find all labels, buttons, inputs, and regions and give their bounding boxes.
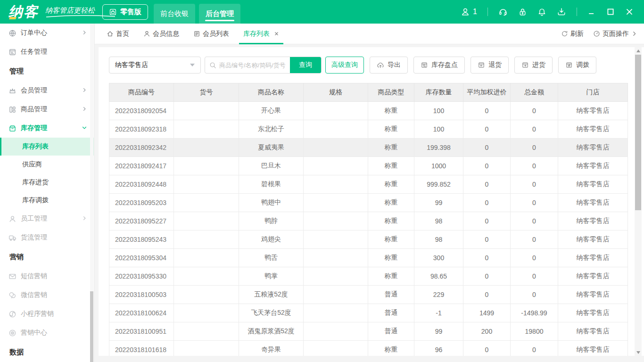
sidebar-item[interactable]: 短信营销 [0,267,94,286]
table-row[interactable]: 20220318095203鸭翅中称重9900纳客零售店 [109,194,628,212]
sidebar-subitem[interactable]: 供应商 [0,156,94,173]
sidebar-subitem[interactable]: 库存列表 [0,138,94,156]
table-cell: 0 [511,341,558,356]
table-cell: 0 [511,249,558,267]
column-header: 门店 [558,83,628,102]
minimize-icon [587,8,596,16]
scrollbar-thumb[interactable] [635,55,641,210]
lock-button[interactable] [518,8,527,16]
scroll-down-arrow[interactable] [635,349,642,356]
table-row[interactable]: 20220318092318东北松子称重10000纳客零售店 [109,120,628,139]
tab-会员列表[interactable]: 会员列表 [186,24,236,44]
tab-会员信息[interactable]: 会员信息 [136,24,186,44]
sidebar-scrollbar[interactable] [90,24,93,362]
notifications-button[interactable] [537,8,546,16]
sidebar: 订单中心任务管理管理会员管理商品管理库存管理库存列表供应商库存进货库存调拨员工管… [0,24,94,362]
table-row[interactable]: 20220318100503五粮液52度普通22900纳客零售店 [109,286,628,304]
table-cell: 称重 [368,139,414,157]
vertical-scrollbar[interactable] [635,47,642,356]
table-cell: 纳客零售店 [558,267,628,286]
table-row[interactable]: 20220318095227鸭脖称重9800纳客零售店 [109,212,628,230]
search-input[interactable] [216,57,290,73]
table-cell: 夏威夷果 [239,139,304,157]
maximize-button[interactable] [606,8,615,16]
topnav-backoffice[interactable]: 后台管理 [199,4,240,24]
table-cell: 纳客零售店 [558,322,628,341]
table-cell: 鸭脖 [239,212,304,230]
tab-close-icon[interactable] [274,30,279,38]
sidebar-scrollbar-thumb[interactable] [90,291,93,362]
tab-库存列表[interactable]: 库存列表 [236,24,286,44]
minimize-button[interactable] [587,8,596,16]
stocktake-button[interactable]: 库存盘点 [413,57,465,74]
sidebar-item[interactable]: 员工管理 [0,209,94,228]
table-cell: 99 [414,194,463,212]
table-cell: 20220318095243 [109,230,174,249]
sidebar-item[interactable]: 任务管理 [0,42,94,61]
table-body: 20220318092054开心果称重10000纳客零售店20220318092… [109,102,628,356]
support-button[interactable] [498,7,508,16]
sidebar-item[interactable]: 小程序营销 [0,304,94,323]
table-row[interactable]: 20220318100951酒鬼原浆酒52度普通9920019800纳客零售店 [109,322,628,341]
table-row[interactable]: 20220318095330鸭掌称重98.6500纳客零售店 [109,267,628,286]
return-icon [478,61,485,69]
sidebar-subitem[interactable]: 库存进货 [0,173,94,191]
table-cell [174,102,239,120]
sidebar-item[interactable]: 订单中心 [0,24,94,42]
sidebar-item[interactable]: 微信营销 [0,286,94,304]
column-header: 平均加权进价 [463,83,511,102]
purchase-icon [521,61,529,69]
table-row[interactable]: 20220318092417巴旦木称重100000纳客零售店 [109,157,628,175]
table-cell: 19800 [511,322,558,341]
table-cell: 称重 [368,267,414,286]
purchase-button[interactable]: 进货 [514,57,553,74]
page-operations-button[interactable]: 页面操作 [593,30,637,38]
table-cell [304,157,368,175]
search-icon [209,62,216,69]
table-cell: 300 [414,249,463,267]
table-header-row: 商品编号货号商品名称规格商品类型库存数量平均加权进价总金额门店 [109,83,628,102]
topnav-cashier[interactable]: 前台收银 [154,4,195,24]
sidebar-item[interactable]: 商品管理 [0,100,94,119]
table-row[interactable]: 20220318095243鸡翅尖称重9800纳客零售店 [109,230,628,249]
advanced-search-button[interactable]: 高级查询 [325,57,364,74]
table-row[interactable]: 20220318101618奇异果称重9600纳客零售店 [109,341,628,356]
search-button[interactable]: 查询 [290,57,321,74]
transfer-icon [565,61,573,69]
table-cell: 96 [414,341,463,356]
table-row[interactable]: 20220318100624飞天茅台52度普通-11499-1498.99纳客零… [109,304,628,322]
table-cell: 碧根果 [239,175,304,194]
store-select[interactable]: 纳客零售店 [109,57,201,74]
table-row[interactable]: 20220318092448碧根果称重999.85200纳客零售店 [109,175,628,194]
topbar-right: 1 [461,7,634,16]
table-cell: 鸭掌 [239,267,304,286]
tab-首页[interactable]: 首页 [99,24,136,44]
sidebar-item[interactable]: 会员管理 [0,81,94,100]
transfer-button[interactable]: 调拨 [558,57,596,74]
sidebar-item[interactable]: 营销中心 [0,323,94,342]
scroll-up-arrow[interactable] [635,47,642,54]
box-icon [8,124,17,132]
table-cell: 0 [511,102,558,120]
table-cell: 纳客零售店 [558,304,628,322]
table-cell: 纳客零售店 [558,286,628,304]
table-cell: 纳客零售店 [558,175,628,194]
refresh-button[interactable]: 刷新 [561,30,584,38]
table-row[interactable]: 20220318092342夏威夷果称重199.39800纳客零售店 [109,139,628,157]
sidebar-item[interactable]: 货流管理 [0,228,94,247]
download-button[interactable] [557,7,566,16]
table-row[interactable]: 20220318092054开心果称重10000纳客零售店 [109,102,628,120]
sidebar-item[interactable]: 库存管理 [0,119,94,138]
sidebar-subitem[interactable]: 库存调拨 [0,191,94,209]
table-cell: 东北松子 [239,120,304,139]
table-cell: 称重 [368,212,414,230]
online-users[interactable]: 1 [461,7,477,16]
export-button[interactable]: 导出 [370,57,408,74]
table-row[interactable]: 20220318095304鸭舌称重30000纳客零售店 [109,249,628,267]
table-cell [174,120,239,139]
table-cell [174,304,239,322]
inventory-table: 商品编号货号商品名称规格商品类型库存数量平均加权进价总金额门店 20220318… [109,83,628,356]
close-button[interactable] [625,8,634,16]
return-button[interactable]: 退货 [471,57,509,74]
table-cell: 0 [463,157,511,175]
